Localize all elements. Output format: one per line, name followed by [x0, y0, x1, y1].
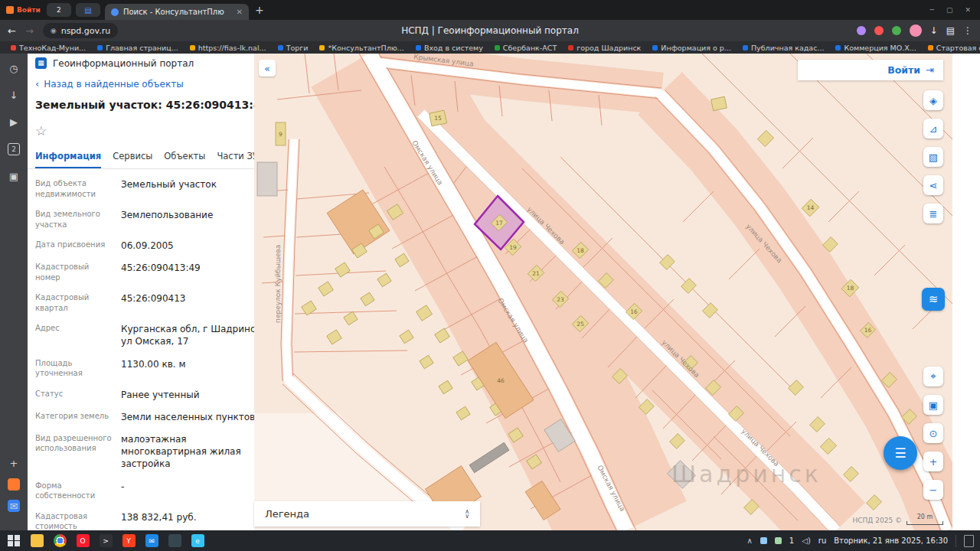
- close-tab-icon[interactable]: ✕: [236, 8, 242, 16]
- bookmark-item[interactable]: *КонсультантПлю...: [319, 44, 403, 52]
- tab-Информация[interactable]: Информация: [35, 151, 101, 168]
- back-icon[interactable]: ←: [8, 25, 16, 37]
- files-icon[interactable]: [168, 534, 181, 547]
- screenshot-icon[interactable]: ▣: [9, 171, 18, 182]
- start-button[interactable]: [8, 535, 20, 547]
- building-number: 19: [509, 244, 517, 251]
- volume-icon[interactable]: ◁): [802, 536, 811, 545]
- map-canvas[interactable]: 9154617192123251816141816Крымская улицаО…: [254, 54, 952, 530]
- active-tab[interactable]: Поиск - КонсультантПлю ✕: [105, 4, 249, 20]
- basemap-button[interactable]: ≋: [922, 288, 945, 311]
- extension-icon-2[interactable]: [874, 26, 884, 35]
- zoom-out-button[interactable]: −: [923, 480, 943, 500]
- panel-icon[interactable]: ▤: [946, 25, 955, 36]
- zoom-in-button[interactable]: +: [923, 452, 943, 471]
- maximize-icon[interactable]: ▢: [946, 6, 953, 14]
- media-icon[interactable]: ▶: [10, 116, 18, 128]
- legend-bar[interactable]: Легенда ∧∨: [254, 501, 480, 527]
- mail-icon[interactable]: ✉: [8, 500, 20, 512]
- profile-avatar[interactable]: [910, 24, 922, 37]
- login-label: Войти: [887, 64, 920, 76]
- layers-icon: ◈: [929, 95, 937, 106]
- back-link[interactable]: ‹ Назад в найденные объекты: [28, 69, 282, 90]
- building-number: 17: [495, 220, 503, 227]
- mail-icon[interactable]: ✉: [145, 534, 158, 547]
- basemap-icon: ≋: [929, 292, 939, 306]
- legend-expand-icon: ∧∨: [465, 510, 469, 519]
- select-area-button[interactable]: ▧: [923, 147, 943, 167]
- field-row: Вид земельного участкаЗемлепользование: [35, 209, 274, 230]
- tab-Части ЗУ[interactable]: Части ЗУ: [217, 151, 257, 168]
- bookmark-item[interactable]: Главная страниц...: [97, 44, 178, 52]
- bookmark-favicon: [97, 45, 103, 51]
- layers-button[interactable]: ◈: [923, 90, 943, 110]
- bookmark-item[interactable]: Информация о р...: [652, 44, 731, 52]
- favorite-star-icon[interactable]: ☆: [28, 111, 282, 139]
- bookmark-item[interactable]: Коммерция МО.Х...: [835, 44, 916, 52]
- tab-group-badge[interactable]: 2: [47, 3, 71, 17]
- field-label: Вид объекта недвижимости: [35, 178, 113, 199]
- share-button[interactable]: ⋖: [923, 175, 943, 195]
- bookmark-label: Информация о р...: [661, 44, 731, 52]
- browser-tab-strip: Войти 2 ▤ Поиск - КонсультантПлю ✕ + ─▢✕: [0, 0, 980, 20]
- browser-sidebar: ◷↓▶2▣+✉: [0, 54, 28, 530]
- services-icon[interactable]: [8, 478, 20, 491]
- clock[interactable]: Вторник, 21 янв 2025, 16:30: [834, 536, 948, 545]
- downloads-icon[interactable]: ↓: [930, 25, 938, 36]
- bookmark-item[interactable]: https://fias-lk.nal...: [190, 44, 266, 52]
- chrome-icon[interactable]: [54, 534, 67, 547]
- tray-chevron-icon[interactable]: ∧: [747, 536, 753, 545]
- yandex-icon[interactable]: Y: [122, 534, 136, 547]
- login-bar[interactable]: Войти ⇥: [798, 60, 943, 80]
- tabs-count[interactable]: 2: [8, 143, 20, 155]
- menu-icon[interactable]: ⋮: [963, 25, 972, 36]
- bookmark-item[interactable]: Стартовая стран...: [928, 44, 980, 52]
- locate-button[interactable]: ⌖: [923, 367, 943, 386]
- field-value: Земельный участок: [121, 178, 274, 199]
- tab-Сервисы[interactable]: Сервисы: [113, 151, 152, 168]
- target-button[interactable]: ⊙: [923, 423, 943, 443]
- field-value: Курганская обл, г Шадринск, ул Омская, 1…: [121, 323, 274, 347]
- edge-icon[interactable]: e: [191, 534, 204, 547]
- language-indicator[interactable]: ru: [818, 536, 826, 545]
- bookmark-favicon: [743, 45, 748, 51]
- field-value: Ранее учтенный: [121, 389, 274, 401]
- history-icon[interactable]: ◷: [9, 63, 18, 74]
- bookmark-item[interactable]: Сбербанк-АСТ: [495, 44, 557, 52]
- address-bar[interactable]: ◉ nspd.gov.ru: [43, 23, 118, 38]
- tray-icon-1[interactable]: [760, 537, 767, 544]
- print-button[interactable]: ≣: [923, 204, 943, 223]
- extension-icon-3[interactable]: [892, 26, 901, 35]
- chat-button[interactable]: ☰: [884, 436, 917, 470]
- bookmark-item[interactable]: Торги: [278, 44, 309, 52]
- extension-icon-1[interactable]: [857, 26, 866, 35]
- bookmark-item[interactable]: ТехноКад-Муни...: [11, 44, 86, 52]
- forward-icon[interactable]: →: [25, 25, 34, 37]
- tab-document[interactable]: ▤: [76, 3, 100, 17]
- building-number: 25: [577, 321, 584, 328]
- bookmark-favicon: [416, 45, 421, 51]
- add-icon[interactable]: +: [8, 457, 20, 469]
- folder-icon[interactable]: [31, 534, 44, 547]
- building-number: 21: [532, 270, 540, 277]
- downloads-icon[interactable]: ↓: [10, 90, 18, 101]
- pinned-tab[interactable]: Войти: [0, 6, 47, 14]
- bookmark-item[interactable]: Публичная кадас...: [743, 44, 824, 52]
- bookmark-item[interactable]: Вход в систему: [416, 44, 483, 52]
- minimize-icon[interactable]: ─: [930, 6, 934, 14]
- bookmark-label: Торги: [286, 44, 309, 52]
- extent-button[interactable]: ▣: [923, 395, 943, 415]
- tray-icon-2[interactable]: [775, 537, 782, 544]
- close-icon[interactable]: ✕: [965, 6, 971, 14]
- bookmark-item[interactable]: город Шадринск: [568, 44, 641, 52]
- tab-Объекты[interactable]: Объекты: [164, 151, 205, 168]
- opera-icon[interactable]: O: [77, 534, 90, 547]
- collapse-panel-button[interactable]: «: [259, 60, 276, 77]
- notification-center-icon[interactable]: [964, 535, 974, 547]
- field-label: Адрес: [35, 323, 113, 347]
- new-tab-button[interactable]: +: [255, 4, 264, 16]
- field-value: 06.09.2005: [121, 240, 274, 252]
- console-icon[interactable]: >: [100, 534, 113, 547]
- ruler-button[interactable]: ⊿: [923, 119, 943, 139]
- field-label: Категория земель: [35, 411, 113, 423]
